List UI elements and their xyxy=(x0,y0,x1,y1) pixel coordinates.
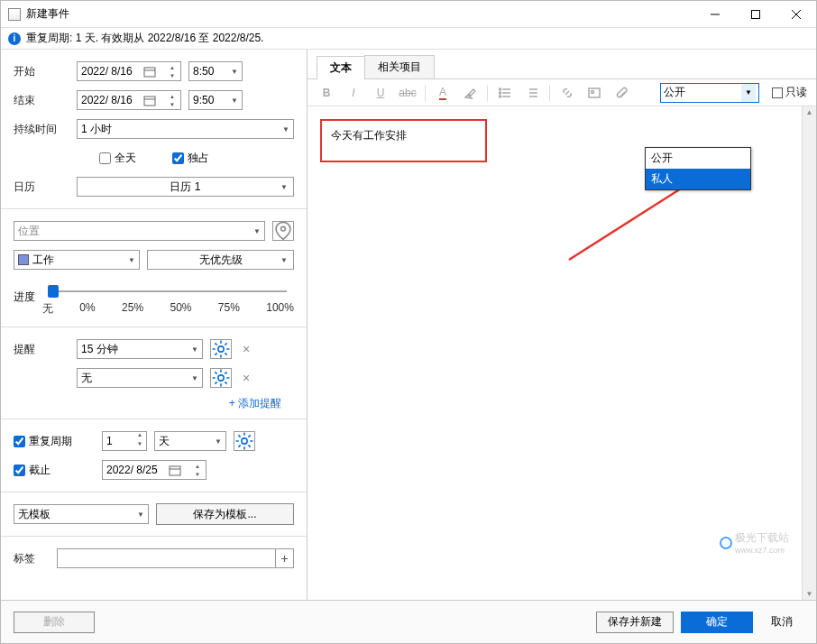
editor-area[interactable]: 今天有工作安排 公开 私人 极光下载站 www.xz7.com xyxy=(308,106,802,600)
info-bar: i 重复周期: 1 天. 有效期从 2022/8/16 至 2022/8/25. xyxy=(1,28,816,50)
close-button[interactable] xyxy=(776,1,816,28)
end-time-value: 9:50 xyxy=(193,94,214,106)
start-time-field[interactable]: 8:50▼ xyxy=(188,61,243,81)
priority-value: 无优先级 xyxy=(199,253,243,268)
save-and-new-button[interactable]: 保存并新建 xyxy=(596,612,674,633)
calendar-label: 日历 xyxy=(14,179,69,195)
start-date-spinner[interactable]: ▲▼ xyxy=(168,63,177,79)
list-icon xyxy=(499,87,511,99)
category-select[interactable]: 工作 ▼ xyxy=(14,250,140,270)
repeat-number[interactable]: 1▲▼ xyxy=(102,431,147,451)
calendar-icon xyxy=(143,94,156,106)
svg-point-18 xyxy=(500,92,501,94)
repeat-checkbox[interactable]: 重复周期 xyxy=(14,434,95,449)
start-time-value: 8:50 xyxy=(193,65,214,78)
reminder2-settings-button[interactable] xyxy=(210,368,232,388)
gear-icon xyxy=(234,431,254,451)
visibility-dropdown: 公开 私人 xyxy=(645,147,751,190)
start-label: 开始 xyxy=(14,64,69,79)
italic-button[interactable]: I xyxy=(344,83,363,103)
end-time-field[interactable]: 9:50▼ xyxy=(188,90,243,110)
reminder2-select[interactable]: 无▼ xyxy=(77,368,203,388)
calendar-value: 日历 1 xyxy=(170,179,200,195)
progress-label: 进度 xyxy=(14,290,35,305)
repeat-unit-select[interactable]: 天▼ xyxy=(154,431,226,451)
deadline-checkbox[interactable]: 截止 xyxy=(14,463,95,478)
add-reminder-link[interactable]: + 添加提醒 xyxy=(14,392,294,411)
add-tag-button[interactable]: + xyxy=(275,549,293,567)
location-field[interactable]: 位置▼ xyxy=(14,221,265,241)
svg-point-17 xyxy=(500,88,501,90)
repeat-settings-button[interactable] xyxy=(234,431,255,451)
save-template-button[interactable]: 保存为模板... xyxy=(156,503,294,525)
delete-button[interactable]: 删除 xyxy=(14,612,95,633)
map-button[interactable] xyxy=(272,221,294,241)
progress-slider[interactable]: 无0%25%50%75%100% xyxy=(42,278,294,317)
svg-point-11 xyxy=(242,438,247,444)
ok-button[interactable]: 确定 xyxy=(681,612,753,633)
svg-point-10 xyxy=(218,375,224,381)
watermark-logo-icon xyxy=(720,537,732,549)
reminder2-remove-button[interactable]: × xyxy=(239,371,253,385)
highlight-button[interactable] xyxy=(460,83,480,103)
attachment-button[interactable] xyxy=(611,83,631,103)
vertical-scrollbar[interactable]: ▲▼ xyxy=(802,106,816,600)
numbered-list-button[interactable] xyxy=(522,83,542,103)
template-select[interactable]: 无模板▼ xyxy=(14,504,149,524)
tab-related[interactable]: 相关项目 xyxy=(364,55,435,78)
deadline-date-field[interactable]: 2022/ 8/25 ▲▼ xyxy=(102,460,207,480)
end-date-spinner[interactable]: ▲▼ xyxy=(168,92,177,108)
underline-button[interactable]: U xyxy=(371,83,390,103)
minimize-button[interactable] xyxy=(694,1,735,28)
svg-rect-6 xyxy=(144,97,155,106)
calendar-select[interactable]: 日历 1 ▼ xyxy=(77,177,294,197)
deadline-date-spinner[interactable]: ▲▼ xyxy=(193,462,202,478)
visibility-option-public[interactable]: 公开 xyxy=(646,148,750,169)
priority-select[interactable]: 无优先级 ▼ xyxy=(147,250,294,270)
strike-button[interactable]: abc xyxy=(398,83,418,103)
maximize-button[interactable] xyxy=(735,1,776,28)
visibility-option-private[interactable]: 私人 xyxy=(646,169,750,189)
category-value: 工作 xyxy=(32,253,54,268)
visibility-value: 公开 xyxy=(664,85,685,100)
duration-select[interactable]: 1 小时▼ xyxy=(77,119,294,139)
info-icon: i xyxy=(8,32,21,45)
slider-thumb[interactable] xyxy=(48,285,59,298)
reminder1-settings-button[interactable] xyxy=(210,339,232,359)
calendar-icon xyxy=(143,65,156,78)
link-icon xyxy=(561,87,574,99)
visibility-select[interactable]: 公开 ▼ xyxy=(660,83,759,103)
list-button[interactable] xyxy=(495,83,515,103)
readonly-checkbox[interactable]: 只读 xyxy=(772,85,807,100)
image-icon xyxy=(588,87,601,99)
allday-checkbox[interactable]: 全天 xyxy=(99,151,136,166)
image-button[interactable] xyxy=(584,83,604,103)
start-date-field[interactable]: 2022/ 8/16 ▲▼ xyxy=(77,61,181,81)
tab-text[interactable]: 文本 xyxy=(317,56,365,79)
footer: 删除 保存并新建 确定 取消 xyxy=(1,600,816,643)
reminder1-select[interactable]: 15 分钟▼ xyxy=(77,339,203,359)
bold-button[interactable]: B xyxy=(317,83,336,103)
end-date-value: 2022/ 8/16 xyxy=(81,94,133,106)
svg-point-8 xyxy=(281,226,286,231)
cancel-button[interactable]: 取消 xyxy=(760,612,803,633)
deadline-date-value: 2022/ 8/25 xyxy=(106,464,158,476)
reminder1-remove-button[interactable]: × xyxy=(239,342,253,356)
window-titlebar: 新建事件 xyxy=(1,1,816,28)
svg-rect-4 xyxy=(144,68,155,77)
svg-point-9 xyxy=(218,346,224,352)
tab-row: 文本 相关项目 xyxy=(308,50,816,79)
right-panel: 文本 相关项目 B I U abc A 公开 xyxy=(308,50,816,600)
content-text: 今天有工作安排 xyxy=(331,129,407,142)
end-date-field[interactable]: 2022/ 8/16 ▲▼ xyxy=(77,90,181,110)
tag-field[interactable]: + xyxy=(57,548,294,568)
exclusive-checkbox[interactable]: 独占 xyxy=(172,151,209,166)
content-highlight: 今天有工作安排 xyxy=(320,119,487,162)
gear-icon xyxy=(211,368,231,388)
svg-rect-1 xyxy=(751,10,759,18)
reminder-label: 提醒 xyxy=(14,342,69,357)
app-icon xyxy=(8,8,21,21)
link-button[interactable] xyxy=(557,83,577,103)
start-date-value: 2022/ 8/16 xyxy=(81,65,133,78)
font-color-button[interactable]: A xyxy=(433,83,453,103)
